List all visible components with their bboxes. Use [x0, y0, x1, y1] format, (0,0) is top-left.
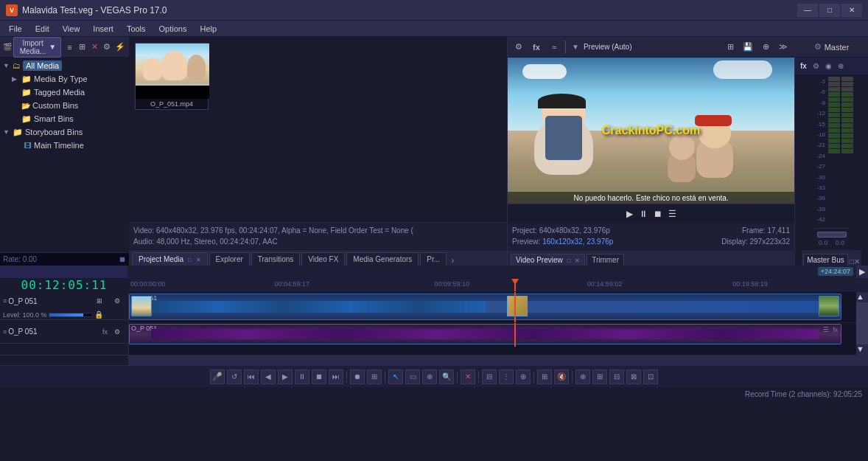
tab-x-icon[interactable]: ✕: [196, 257, 201, 263]
ext-btn4[interactable]: ⊠: [626, 370, 641, 384]
expand-tabs-icon[interactable]: ›: [451, 255, 454, 266]
prev-btn[interactable]: ⏮: [244, 370, 259, 384]
tab-transitions[interactable]: Transitions: [251, 252, 301, 266]
mic-btn[interactable]: 🎤: [210, 370, 225, 384]
preview-toolbar3-btn[interactable]: ⊕: [757, 39, 774, 55]
menu-help[interactable]: Help: [194, 23, 223, 35]
snap-btn[interactable]: ⊟: [482, 370, 497, 384]
track1-more-btn[interactable]: ⚙: [109, 293, 125, 309]
preview-snap-btn[interactable]: ⊞: [722, 39, 738, 55]
scroll-down[interactable]: ▼: [856, 344, 868, 355]
mixer-settings-icon[interactable]: ⚙: [814, 42, 822, 52]
track2-expand[interactable]: ≡: [3, 328, 7, 336]
mixer-circle-icon[interactable]: ◉: [823, 61, 834, 71]
preview-fx-btn[interactable]: fx: [528, 39, 545, 55]
track1-header: ≡ O_P 051 ⊞ ⚙ Level: 100.0 % 🔒: [0, 292, 128, 320]
mixer-fx-btn[interactable]: fx: [798, 61, 809, 71]
tree-item-main-timeline[interactable]: 🎞 Main Timeline: [0, 139, 129, 152]
h-scroll-track[interactable]: [129, 356, 868, 365]
close-button[interactable]: ✕: [841, 4, 862, 17]
timeline-scroll-right[interactable]: ▶: [856, 266, 868, 278]
tb-icon3[interactable]: ✕: [89, 39, 100, 55]
mixer-power-icon[interactable]: ⊕: [836, 61, 846, 71]
tab-trimmer[interactable]: Trimmer: [587, 254, 624, 266]
zoom-in-btn[interactable]: 🔍: [439, 370, 454, 384]
tb-icon5[interactable]: ⚡: [114, 39, 126, 55]
next-btn[interactable]: ⏭: [329, 370, 343, 384]
tab-explorer[interactable]: Explorer: [209, 252, 250, 266]
tab-more[interactable]: Pr...: [420, 252, 447, 266]
audio-track-fx[interactable]: fx: [833, 326, 838, 333]
loop-region-btn[interactable]: ⊞: [367, 370, 382, 384]
rewind-btn[interactable]: ◀: [261, 370, 276, 384]
ripple-btn[interactable]: ⋮: [499, 370, 514, 384]
audio-track-more[interactable]: ☰: [823, 326, 829, 333]
tb-icon4[interactable]: ⚙: [102, 39, 113, 55]
tab-close-icon[interactable]: □: [188, 257, 192, 263]
audio-clip-main[interactable]: O_P 051 fx ☰: [129, 324, 841, 344]
tree-item-media-by-type[interactable]: ▶ 📁 Media By Type: [0, 72, 129, 86]
ext-btn2[interactable]: ⊞: [592, 370, 607, 384]
pause-btn[interactable]: ⏸: [295, 370, 309, 384]
preview-save-btn[interactable]: 💾: [740, 39, 756, 55]
tab-video-fx[interactable]: Video FX: [301, 252, 345, 266]
video-clip-main[interactable]: O_P 051: [129, 294, 841, 320]
media-thumbnail[interactable]: O_P_051.mp4: [135, 43, 209, 110]
menu-insert[interactable]: Insert: [87, 23, 119, 35]
tree-item-smart-bins[interactable]: 📁 Smart Bins: [0, 112, 129, 125]
preview-settings-btn[interactable]: ⚙: [511, 39, 527, 55]
grid-btn[interactable]: ⊞: [537, 370, 552, 384]
tab-video-preview[interactable]: Video Preview □ ✕: [511, 254, 585, 266]
preview-menu-btn[interactable]: ☰: [668, 209, 676, 219]
track2-header: ≡ O_P 051 fx ⚙: [0, 320, 128, 344]
preview-pause-btn[interactable]: ⏸: [639, 209, 648, 219]
level-bar[interactable]: [49, 313, 93, 317]
track2-more-btn[interactable]: ⚙: [109, 324, 125, 340]
tab-close-mixer[interactable]: ✕: [854, 257, 860, 266]
menu-options[interactable]: Options: [153, 23, 193, 35]
tb-icon2[interactable]: ⊞: [77, 39, 88, 55]
tab-media-generators[interactable]: Media Generators: [346, 252, 419, 266]
tree-item-storyboard-bins[interactable]: ▼ 📁 Storyboard Bins: [0, 125, 129, 139]
preview-eq-btn[interactable]: ≈: [546, 39, 562, 55]
tree-item-tagged-media[interactable]: 📁 Tagged Media: [0, 86, 129, 99]
minimize-button[interactable]: —: [797, 4, 818, 17]
track1-fx-btn[interactable]: ⊞: [91, 293, 108, 309]
menu-file[interactable]: File: [3, 23, 28, 35]
track2-fx-icon[interactable]: fx: [102, 328, 108, 336]
play-btn[interactable]: ▶: [278, 370, 293, 384]
tree-item-custom-bins[interactable]: 📂 Custom Bins: [0, 99, 129, 112]
menu-view[interactable]: View: [57, 23, 86, 35]
cursor-btn[interactable]: ↖: [388, 370, 403, 384]
delete-btn[interactable]: ✕: [461, 370, 475, 384]
record-btn[interactable]: ⏺: [350, 370, 365, 384]
select-btn[interactable]: ▭: [405, 370, 420, 384]
tree-item-all-media[interactable]: ▼ 🗂 All Media: [0, 59, 129, 72]
mixer-gear-icon[interactable]: ⚙: [811, 61, 822, 71]
tb-icon1[interactable]: ≡: [64, 39, 75, 55]
menu-tools[interactable]: Tools: [121, 23, 152, 35]
scroll-thumb[interactable]: [856, 302, 868, 344]
scroll-up[interactable]: ▲: [856, 292, 868, 302]
loop-btn[interactable]: ↺: [227, 370, 242, 384]
ext-btn5[interactable]: ⊡: [643, 370, 658, 384]
preview-more-btn[interactable]: ≫: [775, 39, 791, 55]
preview-play-btn[interactable]: ▶: [626, 209, 633, 219]
track1-expand[interactable]: ≡: [3, 297, 7, 305]
preview-tab-close[interactable]: ✕: [575, 257, 580, 264]
mute-btn[interactable]: 🔇: [554, 370, 569, 384]
left-db-value: 0.0: [819, 239, 828, 246]
zoom-btn[interactable]: ⊕: [422, 370, 437, 384]
ext-btn1[interactable]: ⊕: [575, 370, 590, 384]
ext-btn3[interactable]: ⊟: [609, 370, 624, 384]
master-bus-tab[interactable]: Master Bus: [803, 254, 848, 266]
fader-knob[interactable]: [817, 232, 847, 238]
stop-btn[interactable]: ⏹: [312, 370, 326, 384]
import-media-button[interactable]: Import Media... ▼: [13, 37, 61, 58]
maximize-button[interactable]: □: [819, 4, 840, 17]
menu-edit[interactable]: Edit: [29, 23, 55, 35]
tab-project-media[interactable]: Project Media □ ✕: [132, 252, 208, 266]
track1-lock-icon[interactable]: 🔒: [94, 311, 103, 319]
preview-stop-btn[interactable]: ⏹: [654, 209, 662, 219]
auto-btn[interactable]: ⊕: [516, 370, 531, 384]
